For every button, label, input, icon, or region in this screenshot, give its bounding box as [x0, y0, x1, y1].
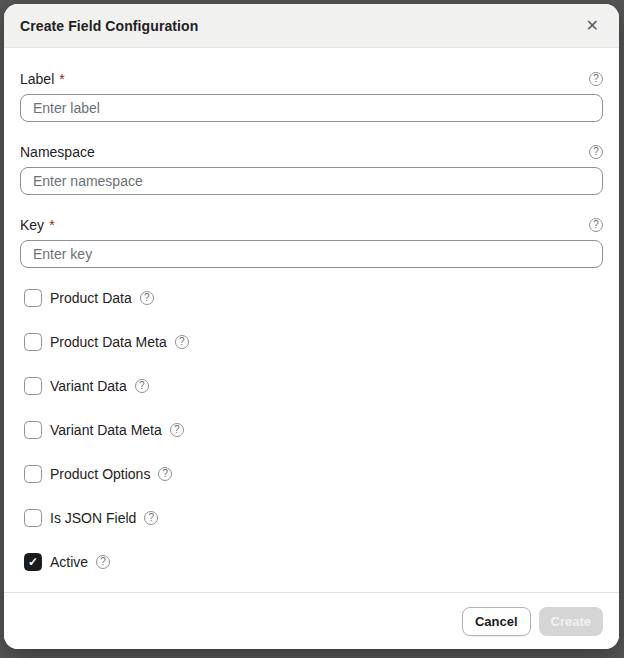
- checkbox-row[interactable]: ✓ Active ?: [24, 553, 603, 571]
- help-icon[interactable]: ?: [589, 218, 603, 232]
- help-icon[interactable]: ?: [135, 379, 149, 393]
- required-asterisk: *: [59, 71, 64, 87]
- modal-header: Create Field Configuration ✕: [4, 4, 619, 48]
- field-label-text: Label: [20, 71, 54, 87]
- help-icon[interactable]: ?: [140, 291, 154, 305]
- help-icon[interactable]: ?: [589, 145, 603, 159]
- checkbox[interactable]: [24, 377, 42, 395]
- modal-overlay: { "modal": { "title": "Create Field Conf…: [0, 0, 624, 658]
- help-icon[interactable]: ?: [175, 335, 189, 349]
- checkbox-row[interactable]: Is JSON Field ?: [24, 509, 603, 527]
- modal-title: Create Field Configuration: [20, 18, 198, 34]
- checkbox-label: Product Data: [50, 290, 132, 306]
- checkbox-label: Product Options: [50, 466, 150, 482]
- help-icon[interactable]: ?: [158, 467, 172, 481]
- field-label-row: Namespace ?: [20, 143, 603, 160]
- close-icon: ✕: [586, 17, 599, 34]
- checkbox-row[interactable]: Product Data ?: [24, 289, 603, 307]
- checkbox[interactable]: [24, 421, 42, 439]
- checkbox-label: Variant Data: [50, 378, 127, 394]
- create-field-configuration-modal: Create Field Configuration ✕ Label * ? N…: [4, 4, 619, 649]
- checkbox-label: Is JSON Field: [50, 510, 136, 526]
- checkbox[interactable]: [24, 465, 42, 483]
- text-input[interactable]: [20, 94, 603, 122]
- close-button[interactable]: ✕: [582, 16, 603, 36]
- help-icon[interactable]: ?: [170, 423, 184, 437]
- fields-section: Label * ? Namespace ? Key * ?: [20, 70, 603, 268]
- help-icon[interactable]: ?: [144, 511, 158, 525]
- check-icon: ✓: [28, 556, 38, 568]
- modal-content: Label * ? Namespace ? Key * ? P: [4, 48, 619, 592]
- form-field: Key * ?: [20, 216, 603, 268]
- checkbox-row[interactable]: Product Options ?: [24, 465, 603, 483]
- checkbox[interactable]: [24, 289, 42, 307]
- field-label: Label *: [20, 71, 65, 87]
- field-label-text: Namespace: [20, 144, 95, 160]
- form-field: Namespace ?: [20, 143, 603, 195]
- modal-footer: Cancel Create: [4, 592, 619, 649]
- text-input[interactable]: [20, 240, 603, 268]
- checkbox[interactable]: ✓: [24, 553, 42, 571]
- checkbox[interactable]: [24, 509, 42, 527]
- field-label: Namespace: [20, 144, 95, 160]
- checkbox-label: Active: [50, 554, 88, 570]
- field-label: Key *: [20, 217, 55, 233]
- checkbox-label: Product Data Meta: [50, 334, 167, 350]
- checkbox-row[interactable]: Variant Data Meta ?: [24, 421, 603, 439]
- create-button[interactable]: Create: [539, 607, 603, 636]
- form-field: Label * ?: [20, 70, 603, 122]
- checkboxes-section: Product Data ? Product Data Meta ? Varia…: [20, 289, 603, 571]
- checkbox-row[interactable]: Product Data Meta ?: [24, 333, 603, 351]
- field-label-row: Key * ?: [20, 216, 603, 233]
- checkbox-label: Variant Data Meta: [50, 422, 162, 438]
- help-icon[interactable]: ?: [589, 72, 603, 86]
- help-icon[interactable]: ?: [96, 555, 110, 569]
- cancel-button[interactable]: Cancel: [462, 607, 531, 636]
- field-label-text: Key: [20, 217, 44, 233]
- checkbox[interactable]: [24, 333, 42, 351]
- field-label-row: Label * ?: [20, 70, 603, 87]
- checkbox-row[interactable]: Variant Data ?: [24, 377, 603, 395]
- text-input[interactable]: [20, 167, 603, 195]
- required-asterisk: *: [49, 217, 54, 233]
